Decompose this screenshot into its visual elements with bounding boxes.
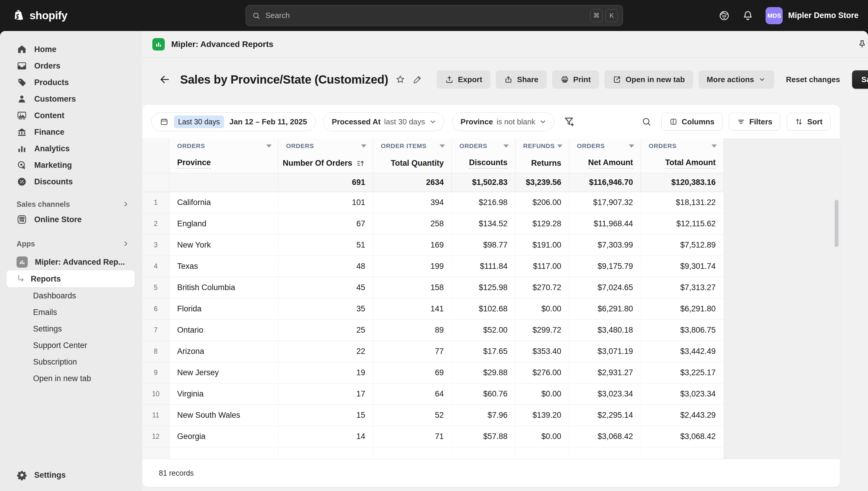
open-in-new-tab-button[interactable]: Open in new tab xyxy=(604,70,693,89)
sidebar-subitem-emails[interactable]: Emails xyxy=(0,304,142,321)
summary-net-amount: $116,946.70 xyxy=(569,173,641,192)
pin-icon[interactable] xyxy=(857,39,867,50)
column-menu-triangle-icon[interactable] xyxy=(266,144,272,148)
cell-returns: $0.00 xyxy=(516,298,569,320)
add-filter-icon[interactable] xyxy=(563,116,576,128)
table-row[interactable]: 9New Jersey1969$29.88$276.00$2,931.27$3,… xyxy=(142,362,840,383)
global-search-input[interactable]: Search ⌘ K xyxy=(246,5,623,26)
table-row[interactable]: 5British Columbia45158$125.98$270.72$7,0… xyxy=(142,277,840,298)
sidebar-item-customers[interactable]: Customers xyxy=(0,91,142,107)
sidebar-item-orders[interactable]: Orders xyxy=(0,58,142,74)
export-button[interactable]: Export xyxy=(437,70,490,89)
group-header-province[interactable]: ORDERS xyxy=(169,138,278,154)
column-header-discounts[interactable]: Discounts xyxy=(452,154,516,173)
column-header-returns[interactable]: Returns xyxy=(516,154,569,173)
column-header-net-amount[interactable]: Net Amount xyxy=(569,154,641,173)
cell-number-of-orders: 14 xyxy=(278,426,373,447)
reset-changes-button[interactable]: Reset changes xyxy=(781,70,845,89)
column-menu-triangle-icon[interactable] xyxy=(361,144,366,148)
sidebar-item-marketing[interactable]: Marketing xyxy=(0,157,142,173)
cell-number-of-orders: 22 xyxy=(278,341,373,362)
sidebar: HomeOrdersProductsCustomersContentFinanc… xyxy=(0,31,142,491)
group-header-total-amount[interactable]: ORDERS xyxy=(641,138,724,154)
column-menu-triangle-icon[interactable] xyxy=(440,144,445,148)
sidekick-icon[interactable] xyxy=(718,10,730,22)
analytics-icon xyxy=(17,143,27,154)
sidebar-subitem-support-center[interactable]: Support Center xyxy=(0,337,142,354)
column-header-province[interactable]: Province xyxy=(169,154,278,173)
sidebar-item-content[interactable]: Content xyxy=(0,107,142,124)
table-row[interactable]: 1California101394$216.98$206.00$17,907.3… xyxy=(142,192,840,213)
back-arrow-icon[interactable] xyxy=(159,74,170,85)
cell-number-of-orders: 51 xyxy=(278,235,373,256)
cell-net-amount: $2,931.27 xyxy=(569,362,641,383)
store-menu[interactable]: MDS Mipler Demo Store xyxy=(766,7,859,24)
column-menu-triangle-icon[interactable] xyxy=(557,144,562,148)
table-row[interactable]: 4Texas48199$111.84$117.00$9,175.79$9,301… xyxy=(142,256,840,277)
cell-net-amount: $2,295.14 xyxy=(569,405,641,426)
sidebar-item-home[interactable]: Home xyxy=(0,41,142,58)
sidebar-item-products[interactable]: Products xyxy=(0,74,142,91)
sidebar-item-discounts[interactable]: Discounts xyxy=(0,173,142,190)
more-actions-button[interactable]: More actions xyxy=(699,70,774,89)
group-header-total-quantity[interactable]: ORDER ITEMS xyxy=(373,138,452,154)
columns-button[interactable]: Columns xyxy=(661,113,722,131)
table-scrollbar[interactable] xyxy=(835,200,838,247)
sort-button[interactable]: Sort xyxy=(787,113,831,131)
date-preset-chip[interactable]: Last 30 days xyxy=(174,116,224,128)
filters-button[interactable]: Filters xyxy=(729,113,780,131)
row-number: 6 xyxy=(142,298,169,320)
chevron-right-icon xyxy=(122,239,130,248)
date-range-picker[interactable]: Last 30 days Jan 12 – Feb 11, 2025 xyxy=(151,112,316,131)
table-row[interactable]: 2England67258$134.52$129.28$11,968.44$12… xyxy=(142,213,840,235)
table-row[interactable]: 6Florida35141$102.68$0.00$6,291.80$6,291… xyxy=(142,298,840,320)
edit-pencil-icon[interactable] xyxy=(412,75,423,85)
sidebar-subitem-settings[interactable]: Settings xyxy=(0,321,142,337)
table-row[interactable]: 8Arizona2277$17.65$353.40$3,071.19$3,442… xyxy=(142,341,840,362)
group-header-net-amount[interactable]: ORDERS xyxy=(569,138,641,154)
sidebar-item-online-store[interactable]: Online Store xyxy=(0,211,142,228)
star-favorite-icon[interactable] xyxy=(395,75,405,85)
filter-dropdown-processed-at[interactable]: Processed Atlast 30 days xyxy=(323,112,444,131)
cell-net-amount: $6,291.80 xyxy=(569,298,641,320)
group-header-discounts[interactable]: ORDERS xyxy=(452,138,516,154)
table-row[interactable]: 12Georgia1471$57.88$0.00$3,068.42$3,068.… xyxy=(142,426,840,447)
table-row[interactable]: 7Ontario2589$52.00$299.72$3,480.18$3,806… xyxy=(142,320,840,341)
column-menu-triangle-icon[interactable] xyxy=(712,144,717,148)
cell-returns: $117.00 xyxy=(516,256,569,277)
page-title: Sales by Province/State (Customized) xyxy=(180,73,388,86)
column-menu-triangle-icon[interactable] xyxy=(629,144,634,148)
sidebar-item-mipler-app[interactable]: Mipler: Advanced Rep... xyxy=(0,254,142,270)
mipler-app-icon xyxy=(17,256,28,268)
sidebar-subitem-reports[interactable]: Reports xyxy=(6,270,135,287)
group-header-returns[interactable]: REFUNDS xyxy=(516,138,569,154)
sidebar-item-settings[interactable]: Settings xyxy=(0,467,142,483)
sidebar-section-apps[interactable]: Apps xyxy=(0,237,142,251)
content-icon xyxy=(17,110,27,121)
sidebar-subitem-dashboards[interactable]: Dashboards xyxy=(0,287,142,304)
column-header-total-amount[interactable]: Total Amount xyxy=(641,154,724,173)
column-header-number-of-orders[interactable]: Number Of Orders xyxy=(278,154,373,173)
sort-ascending-icon[interactable] xyxy=(356,158,365,168)
save-button[interactable]: Save xyxy=(852,70,868,89)
sidebar-subitem-open-in-new-tab[interactable]: Open in new tab xyxy=(0,370,142,387)
filter-dropdown-province[interactable]: Provinceis not blank xyxy=(452,112,554,131)
sidebar-section-sales-channels[interactable]: Sales channels xyxy=(0,197,142,211)
column-menu-triangle-icon[interactable] xyxy=(503,144,509,148)
table-search-icon[interactable] xyxy=(641,116,652,127)
shopify-logo[interactable]: shopify xyxy=(0,9,67,23)
cell-total-quantity: 258 xyxy=(373,213,452,235)
share-button[interactable]: Share xyxy=(496,70,547,89)
table-row[interactable]: 10Virginia1764$60.76$0.00$3,023.34$3,023… xyxy=(142,383,840,405)
row-number-header xyxy=(142,154,169,173)
row-number: 12 xyxy=(142,426,169,447)
column-header-total-quantity[interactable]: Total Quantity xyxy=(373,154,452,173)
sidebar-subitem-subscription[interactable]: Subscription xyxy=(0,354,142,370)
print-button[interactable]: Print xyxy=(552,70,599,89)
group-header-number-of-orders[interactable]: ORDERS xyxy=(278,138,373,154)
notifications-bell-icon[interactable] xyxy=(742,10,754,22)
table-row[interactable]: 11New South Wales1552$7.96$139.20$2,295.… xyxy=(142,405,840,426)
table-row[interactable]: 3New York51169$98.77$191.00$7,303.99$7,5… xyxy=(142,235,840,256)
sidebar-item-analytics[interactable]: Analytics xyxy=(0,140,142,157)
sidebar-item-finance[interactable]: Finance xyxy=(0,124,142,140)
